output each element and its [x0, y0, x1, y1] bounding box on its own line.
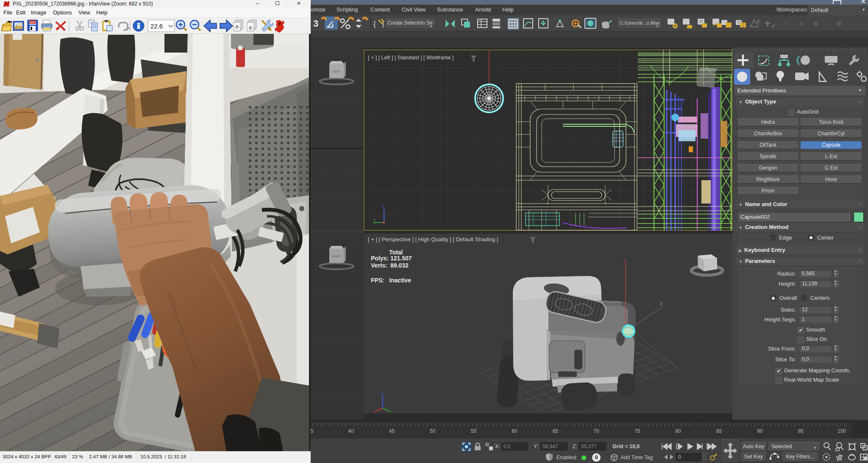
- svg-text:5: 5: [311, 428, 314, 434]
- svg-text:22.6: 22.6: [150, 22, 163, 30]
- svg-text:[ + ] [ Perspective ] [ High Q: [ + ] [ Perspective ] [ High Quality ] […: [368, 236, 498, 243]
- svg-text:100: 100: [837, 428, 846, 434]
- svg-text:z: z: [660, 301, 662, 306]
- svg-text:85: 85: [716, 428, 722, 434]
- svg-text:40: 40: [348, 428, 354, 434]
- svg-text:y: y: [374, 218, 376, 222]
- svg-text:FPS:: FPS:: [371, 277, 384, 284]
- svg-text:{: {: [373, 20, 376, 28]
- svg-text:90: 90: [757, 428, 763, 434]
- svg-text:LEFT: LEFT: [332, 70, 341, 73]
- svg-text:[ + ] [ Left ] [ Standard ] [: [ + ] [ Left ] [ Standard ] [ Wireframe …: [368, 55, 454, 61]
- svg-text:RIGHT: RIGHT: [332, 255, 342, 258]
- svg-text:55: 55: [471, 428, 477, 434]
- svg-text:89.032: 89.032: [390, 262, 409, 269]
- svg-text:Verts:: Verts:: [371, 262, 387, 269]
- svg-text:x: x: [371, 413, 373, 413]
- svg-text:65: 65: [553, 428, 559, 434]
- svg-text:LEFT: LEFT: [702, 77, 712, 81]
- svg-text:Polys:: Polys:: [371, 255, 389, 262]
- svg-text:95: 95: [798, 428, 804, 434]
- svg-text:y: y: [623, 257, 626, 262]
- svg-text:60: 60: [512, 428, 517, 434]
- svg-text:Inactive: Inactive: [389, 277, 411, 284]
- svg-text:121.507: 121.507: [390, 255, 412, 262]
- svg-text:70: 70: [593, 428, 599, 434]
- svg-text:45: 45: [389, 428, 395, 434]
- svg-text:z: z: [382, 204, 384, 208]
- svg-text:80: 80: [675, 428, 681, 434]
- svg-text:z: z: [381, 390, 383, 394]
- svg-text:75: 75: [634, 428, 640, 434]
- svg-text:50: 50: [430, 428, 436, 434]
- svg-text:3: 3: [313, 18, 318, 29]
